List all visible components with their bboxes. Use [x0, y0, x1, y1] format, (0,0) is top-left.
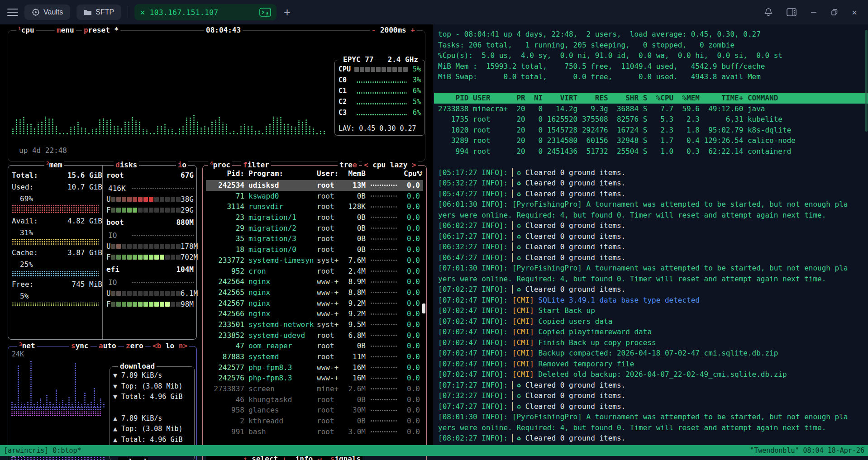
proc-row[interactable]: 233772systemd-timesynsyst+7.6M0.0: [206, 255, 423, 266]
proc-row[interactable]: 18migration/0root0B0.0: [206, 244, 423, 255]
net-zero-button[interactable]: zero: [124, 341, 145, 350]
new-tab-button[interactable]: +: [284, 6, 290, 19]
proc-row[interactable]: 3114runsvdirroot128K0.0: [206, 201, 423, 212]
cpu-box: 1cpu menu preset * 08:04:43 - 2000ms + u…: [8, 30, 425, 161]
tab-vaults[interactable]: Vaults: [24, 5, 70, 20]
session-host: 103.167.151.107: [150, 8, 255, 17]
log-line: [05:32:27 INFO]: ▏♻ Cleared 0 ground ite…: [438, 178, 868, 189]
proc-row[interactable]: 87883systemdroot11M0.0: [206, 351, 423, 362]
menu-button[interactable]: menu: [55, 26, 76, 34]
proc-row[interactable]: 47oom_reaperroot0B0.0: [206, 341, 423, 351]
proc-row[interactable]: 29migration/2root0B0.0: [206, 223, 423, 234]
sort-direction-arrow[interactable]: ↑: [419, 168, 424, 177]
log-line: yers were online. Required: 4, but found…: [438, 210, 868, 221]
proc-row[interactable]: 991bashroot3.0M0.0: [206, 427, 423, 437]
proc-row[interactable]: 242534udisksdroot13M0.0: [206, 180, 423, 191]
mem-stat-percent: 5%: [12, 292, 102, 303]
download-stat: ▼ Total: 4.96 GiB: [113, 392, 192, 403]
mem-stat-percent: 25%: [12, 260, 102, 271]
process-list: 242534udisksdroot13M0.071kswapd0root0B0.…: [206, 180, 423, 437]
terminal-line: Tasks: 206 total, 1 running, 205 sleepin…: [438, 40, 868, 51]
proc-box: 4proc filter tree < cpu lazy > Pid:Progr…: [202, 165, 427, 460]
log-line: [07:02:47 INFO]: [CMI] Removed temporary…: [438, 359, 868, 370]
proc-row[interactable]: 242577php-fpm8.3www-+16M0.0: [206, 362, 423, 373]
cpu-core-row: C03%: [339, 75, 421, 85]
log-line: [07:02:47 INFO]: [CMI] Backup compacted:…: [438, 348, 868, 359]
cpu-frequency-label: 2.4 GHz: [386, 55, 420, 64]
proc-row[interactable]: 23migration/1root0B0.0: [206, 212, 423, 223]
cpu-core-row: C16%: [339, 85, 421, 96]
log-line: [06:32:27 INFO]: ▏♻ Cleared 0 ground ite…: [438, 242, 868, 252]
terminal-line: MiB Mem : 15993.2 total, 750.5 free, 110…: [438, 61, 868, 72]
proc-row[interactable]: 242567nginxwww-+9.2M0.0: [206, 298, 423, 309]
close-window-button[interactable]: ×: [852, 7, 857, 18]
proc-row[interactable]: 952cronroot2.4M0.0: [206, 266, 423, 277]
proc-row[interactable]: 242566nginxwww-+9.2M0.0: [206, 308, 423, 319]
proc-row[interactable]: 2733837screenmine+2.6M0.0: [206, 384, 423, 394]
side-panel-toggle-icon[interactable]: [787, 8, 796, 16]
cpu-usage-graph: [12, 99, 329, 135]
cpu-core-row: C36%: [339, 107, 421, 118]
proc-row[interactable]: 233501systemd-networksyst+9.5M0.0: [206, 319, 423, 330]
proc-row[interactable]: 233852systemd-udevdroot6.8M0.0: [206, 330, 423, 341]
log-line: yers were online. Required: 4, but found…: [438, 274, 868, 285]
terminal-scrollbar[interactable]: [865, 30, 868, 132]
net-box: 3net sync auto zero <b lo n> 24K 24K dow…: [8, 346, 197, 460]
net-auto-button[interactable]: auto: [97, 341, 118, 350]
net-box-title: 3net: [17, 341, 37, 350]
title-bar: Vaults SFTP × 103.167.151.107 +: [0, 0, 868, 24]
log-line: [06:01:30 INFO]: [PyroFishingPro] A tour…: [438, 199, 868, 210]
preset-button[interactable]: preset *: [82, 26, 120, 34]
cpu-model-label: EPYC 77: [341, 55, 375, 64]
proc-row[interactable]: 46khungtaskdroot0B0.0: [206, 394, 423, 405]
download-stat: ▼ 7.89 KiB/s: [113, 370, 192, 381]
notifications-bell-icon[interactable]: [764, 8, 773, 17]
proc-column-headers[interactable]: Pid:Program:User:MemBCpu%: [206, 168, 423, 179]
log-line: [06:47:27 INFO]: ▏♻ Cleared 0 ground ite…: [438, 252, 868, 263]
mem-box-title: 2mem: [44, 161, 64, 169]
top-table-row: 1020 root 20 0 1545728 292476 16724 S 2.…: [438, 125, 868, 136]
log-line: yers were online. Required: 4, but found…: [438, 422, 868, 433]
top-table-row: 3289 root 20 0 2314580 60156 32948 S 1.7…: [438, 135, 868, 146]
net-interface-selector[interactable]: <b lo n>: [151, 341, 189, 350]
mem-stat-percent: 69%: [12, 194, 102, 205]
tmux-host-clock-label: "Twendonblu" 08:04 18-Apr-26: [750, 446, 864, 455]
terminal-panel[interactable]: top - 08:04:41 up 4 days, 22:48, 2 users…: [434, 24, 868, 445]
update-interval-control[interactable]: - 2000ms +: [370, 26, 417, 34]
proc-row[interactable]: 242564nginxwww-+8.9M0.0: [206, 276, 423, 287]
menu-icon[interactable]: [7, 9, 18, 16]
tab-sftp-label: SFTP: [95, 8, 114, 16]
proc-row[interactable]: 958glancesroot30M0.0: [206, 405, 423, 416]
disks-io-toggle[interactable]: io: [176, 161, 188, 169]
mem-stat-graph: [12, 239, 99, 245]
net-download-graph: [11, 350, 109, 408]
tab-separator: [128, 6, 128, 18]
btop-panel: 1cpu menu preset * 08:04:43 - 2000ms + u…: [0, 24, 434, 445]
maximize-button[interactable]: [831, 9, 838, 16]
log-line: [07:02:47 INFO]: [CMI] Deleted old backu…: [438, 369, 868, 380]
disk-entry: boot880MIOU178MF702M: [106, 218, 194, 262]
proc-row[interactable]: 2kthreaddroot0B0.0: [206, 416, 423, 427]
mem-stat-graph: [12, 303, 99, 306]
log-line: [07:17:27 INFO]: ▏♻ Cleared 0 ground ite…: [438, 380, 868, 391]
upload-stat: ▲ Top: (3.08 Mib): [113, 424, 192, 435]
terminal-line: [438, 82, 868, 93]
close-tab-icon[interactable]: ×: [140, 8, 145, 17]
proc-row[interactable]: 242576php-fpm8.3www-+16M0.0: [206, 373, 423, 384]
tab-session-active[interactable]: × 103.167.151.107: [134, 4, 277, 20]
tab-sftp[interactable]: SFTP: [76, 5, 121, 20]
download-stat: ▼ Top: (3.08 Mib): [113, 381, 192, 392]
download-title: download: [118, 362, 157, 370]
cpu-core-row: CPU5%: [339, 64, 421, 75]
proc-scrollbar[interactable]: [422, 304, 425, 313]
minimize-button[interactable]: [810, 9, 817, 16]
log-line: [08:01:30 INFO]: [PyroFishingPro] A tour…: [438, 412, 868, 422]
log-line: [07:02:47 INFO]: [CMI] Start Back up: [438, 305, 868, 316]
log-line: [07:47:27 INFO]: ▏♻ Cleared 0 ground ite…: [438, 401, 868, 412]
proc-row[interactable]: 242565nginxwww-+8.8M0.0: [206, 287, 423, 298]
proc-row[interactable]: 71kswapd0root0B0.0: [206, 191, 423, 202]
disks-section: disks io root67G416KU38GF29Gboot880MIOU1…: [102, 166, 196, 339]
net-sync-button[interactable]: sync: [69, 341, 91, 350]
proc-row[interactable]: 35migration/3root0B0.0: [206, 233, 423, 244]
mem-stat-percent: 31%: [12, 228, 102, 239]
